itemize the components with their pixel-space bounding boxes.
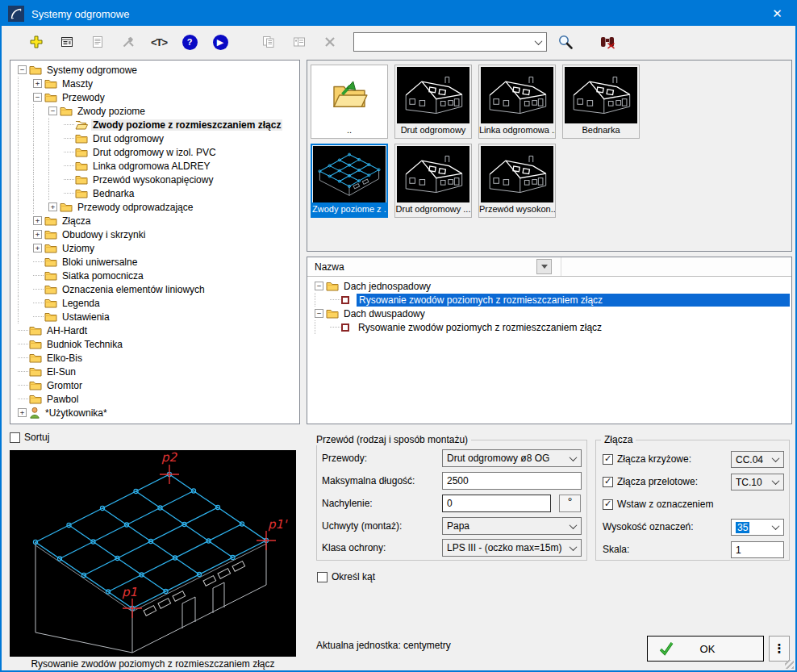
house-thumb-image — [397, 67, 469, 123]
help-icon[interactable]: ? — [179, 31, 200, 52]
tree-item[interactable]: −Dach jednospadowy — [307, 279, 791, 293]
sortuj-checkbox[interactable] — [10, 432, 20, 443]
tree-expand-toggle[interactable]: + — [48, 202, 57, 211]
tree-item[interactable]: Oznaczenia elementów liniowych — [10, 282, 299, 296]
list-icon — [87, 31, 108, 52]
close-button[interactable]: ✕ — [759, 2, 795, 26]
find-binoculars-icon[interactable] — [597, 31, 618, 52]
folder-icon — [326, 281, 339, 291]
tree-item[interactable]: +Uziomy — [10, 241, 299, 255]
chevron-down-icon[interactable] — [767, 520, 783, 535]
tree-item[interactable]: Pawbol — [10, 392, 299, 406]
sortuj-checkbox-row[interactable]: Sortuj — [10, 432, 49, 443]
tree-expand-toggle[interactable]: + — [18, 408, 27, 417]
tree-item[interactable]: +Obudowy i skrzynki — [10, 227, 299, 241]
thumbnail-item[interactable]: Drut odgromowy — [394, 65, 472, 139]
tree-expand-toggle[interactable]: − — [33, 93, 42, 102]
text-style-icon[interactable]: <T> — [148, 31, 169, 52]
thumbnail-item[interactable]: Bednarka — [562, 65, 640, 139]
tree-expand-toggle[interactable]: + — [33, 216, 42, 225]
thumbnail-item[interactable]: Drut odgromowy ... — [394, 144, 472, 218]
tree-item[interactable]: Bloki uniwersalne — [10, 255, 299, 269]
tree-item[interactable]: Gromtor — [10, 378, 299, 392]
zlacza-combobox[interactable]: 35 — [731, 519, 784, 536]
tree-item-label: Drut odgromowy w izol. PVC — [91, 147, 218, 158]
chevron-down-icon[interactable] — [767, 474, 783, 490]
tree-item[interactable]: Budniok Technika — [10, 337, 299, 351]
tree-item[interactable]: Rysowanie zwodów poziomych z rozmieszcza… — [307, 320, 791, 334]
tree-item[interactable]: +Przewody odprowadzające — [10, 200, 299, 214]
form-field-combobox[interactable]: Drut odgromowy ø8 OG — [442, 449, 582, 467]
chevron-down-icon[interactable] — [565, 450, 581, 466]
tree-item[interactable]: −Przewody — [10, 90, 299, 104]
folder-icon — [44, 257, 57, 267]
tree-expand-toggle[interactable]: − — [315, 282, 323, 290]
search-combobox[interactable] — [353, 32, 547, 52]
thumbnail-item[interactable]: Przewód wysokon... — [478, 144, 556, 218]
more-options-button[interactable]: ⋮ — [769, 636, 790, 662]
tree-item-label: Drut odgromowy — [91, 133, 165, 144]
zlacza-checkbox[interactable] — [603, 454, 613, 465]
okresl-kat-checkbox[interactable] — [317, 572, 328, 582]
chevron-down-icon[interactable] — [767, 452, 783, 467]
tree-item[interactable]: Legenda — [10, 296, 299, 310]
form-field-input[interactable]: 0 — [442, 495, 551, 512]
thumbnail-item[interactable]: Zwody poziome z ... — [311, 144, 388, 218]
tree-expand-toggle[interactable]: − — [18, 65, 27, 74]
degree-button[interactable]: ° — [559, 495, 581, 512]
zlacza-group: Złącza Złącza krzyżowe:CC.04Złącza przel… — [595, 440, 790, 561]
form-field-combobox[interactable]: Papa — [442, 517, 582, 535]
form-field-input[interactable]: 2500 — [442, 472, 582, 490]
zlacza-combobox[interactable]: TC.10 — [731, 474, 784, 490]
chevron-down-icon[interactable] — [565, 540, 581, 556]
search-icon[interactable] — [555, 31, 576, 52]
folder-icon — [44, 270, 57, 281]
form-field-combobox[interactable]: LPS III - (oczko max=15m) — [442, 539, 582, 557]
tree-item[interactable]: Bednarka — [10, 186, 299, 200]
tree-item[interactable]: +Maszty — [10, 77, 299, 90]
user-icon — [29, 407, 40, 419]
okresl-kat-checkbox-row[interactable]: Określ kąt — [317, 571, 375, 582]
preview-image: p2 p1' p1 — [10, 450, 296, 657]
zlacza-label: Wysokość oznaczeń: — [603, 521, 694, 532]
zlacza-checkbox[interactable] — [603, 477, 613, 487]
details-icon — [289, 31, 310, 52]
tree-item[interactable]: Elko-Bis — [10, 351, 299, 365]
tree-item[interactable]: Ustawienia — [10, 310, 299, 323]
tree-expand-toggle[interactable]: − — [48, 106, 57, 115]
tree-item[interactable]: −Zwody poziome — [10, 104, 299, 118]
tree-item[interactable]: Rysowanie zwodów poziomych z rozmieszcza… — [307, 293, 791, 307]
tree-item[interactable]: Drut odgromowy — [10, 131, 299, 145]
properties-icon[interactable] — [56, 31, 77, 52]
thumbnail-item[interactable]: Linka odgromowa ... — [478, 65, 556, 139]
tree-item[interactable]: −Dach dwuspadowy — [307, 307, 791, 320]
tree-expand-toggle[interactable]: + — [33, 79, 42, 88]
tree-item[interactable]: El-Sun — [10, 365, 299, 378]
tree-item[interactable]: Drut odgromowy w izol. PVC — [10, 145, 299, 159]
add-icon[interactable] — [26, 31, 47, 52]
tree-item[interactable]: +*Użytkownika* — [10, 406, 299, 419]
tree-item-label: Zwody poziome z rozmieszczaniem złącz — [91, 119, 282, 131]
ok-button[interactable]: OK — [647, 636, 764, 662]
run-icon[interactable]: ▶ — [210, 31, 231, 52]
przewod-group: Przewód (rodzaj i sposób montażu) Przewo… — [316, 440, 587, 561]
name-filter-dropdown[interactable] — [536, 259, 552, 274]
zlacza-checkbox[interactable] — [603, 499, 613, 510]
tree-item[interactable]: Linka odgromowa ALDREY — [10, 159, 299, 173]
tree-expand-toggle[interactable]: − — [315, 309, 323, 318]
tree-item[interactable]: +Złącza — [10, 214, 299, 227]
tree-item[interactable]: Przewód wysokonapięciowy — [10, 173, 299, 186]
tree-item[interactable]: AH-Hardt — [10, 323, 299, 337]
tree-expand-toggle[interactable]: + — [33, 244, 42, 253]
thumbnail-folder-up[interactable]: .. — [311, 65, 388, 139]
zlacza-combobox[interactable]: CC.04 — [731, 451, 784, 468]
resize-grip[interactable] — [785, 660, 794, 669]
search-dropdown-arrow[interactable] — [530, 33, 546, 51]
zlacza-input[interactable]: 1 — [731, 541, 784, 558]
form-field-row: Nachylenie:0° — [322, 495, 582, 512]
chevron-down-icon[interactable] — [565, 518, 581, 534]
tree-item[interactable]: Zwody poziome z rozmieszczaniem złącz — [10, 118, 299, 131]
tree-item[interactable]: −Systemy odgromowe — [10, 63, 299, 77]
tree-item[interactable]: Siatka pomocnicza — [10, 269, 299, 282]
tree-expand-toggle[interactable]: + — [33, 230, 42, 239]
